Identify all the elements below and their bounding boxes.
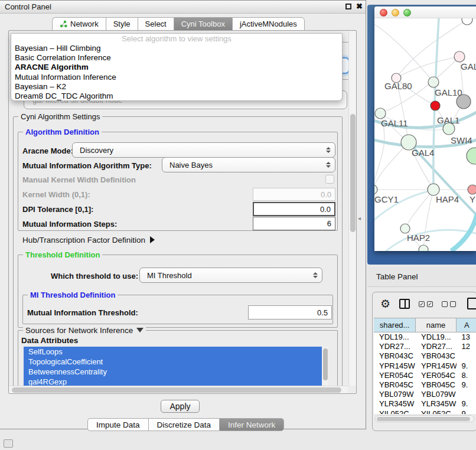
tab-jactivemnodules[interactable]: jActiveMNodules [232,17,305,31]
table-function-icon[interactable] [467,298,476,309]
tab-network[interactable]: Network [52,17,106,31]
network-node-label: Y [470,194,475,204]
deselect-all-checkbox-icon[interactable] [442,301,448,307]
collapsed-panel-button[interactable] [4,439,13,448]
float-panel-icon[interactable] [345,4,351,9]
network-node-swi4[interactable] [443,123,455,135]
select-all-checkbox-icon[interactable]: ✓ [419,301,425,307]
network-canvas[interactable]: GALGAL80GAL10GAL1GAL11SWI4GAL4GCY1HAP4YH… [374,18,476,251]
table-row[interactable]: YDL19...YDL19...13 [374,332,476,342]
settings-vertical-scrollbar[interactable] [348,31,356,386]
zoom-traffic-light-icon[interactable] [403,9,411,17]
table-cell: YER054C [374,371,416,380]
stepper-arrows-icon [326,147,331,153]
network-node-y[interactable] [468,185,476,194]
table-column-headers: shared...nameA [374,318,476,332]
select-all-checkbox-icon[interactable]: ✓ [427,301,433,307]
network-node-hap2[interactable] [400,224,410,233]
manual-kernel-checkbox[interactable] [325,175,334,184]
apply-button[interactable]: Apply [161,400,200,413]
network-node[interactable] [467,148,476,164]
sources-legend[interactable]: Sources for Network Inference [23,326,146,335]
dpi-tolerance-field[interactable]: 0.0 [253,202,335,216]
table-cell: YLR345W [416,399,456,409]
mi-threshold-value: 0.5 [317,308,328,317]
tab-select[interactable]: Select [138,17,174,31]
network-nodes: GALGAL80GAL10GAL1GAL11SWI4GAL4GCY1HAP4YH… [374,18,476,251]
column-layout-icon[interactable] [399,299,410,309]
control-panel-title: Control Panel [5,2,51,11]
kernel-width-label: Kernel Width (0,1): [22,190,90,199]
table-row[interactable]: YBR045CYBR045C9. [374,380,476,390]
mi-steps-field[interactable]: 6 [253,217,335,230]
aracne-mode-label: Aracne Mode: [22,146,73,155]
control-panel-window: Control Panel ✖ NetworkStyleSelectCyni T… [0,0,366,429]
table-row[interactable]: YBR043CYBR043C [374,351,476,361]
deselect-all-checkbox-icon[interactable] [450,301,456,307]
table-row[interactable]: YDR27...YDR27...12 [374,342,476,351]
bottom-tab-impute-data[interactable]: Impute Data [87,418,148,431]
data-attribute-item[interactable]: SelfLoops [24,347,322,357]
algorithm-option[interactable]: Bayesian – K2 [11,82,342,92]
data-attributes-list[interactable]: SelfLoopsTopologicalCoefficientBetweenne… [24,347,328,389]
threshold-definition-legend: Threshold Definition [23,250,102,259]
kernel-width-value: 0.0 [321,190,331,199]
which-threshold-combobox[interactable]: MI Threshold [139,268,322,283]
bottom-tab-infer-network[interactable]: Infer Network [219,418,284,431]
attr-list-scrollbar[interactable] [322,347,328,389]
algorithm-option[interactable]: Mutual Information Inference [11,73,342,82]
hub-definition-toggle[interactable]: Hub/Transcription Factor Definition [22,236,155,244]
network-node-gal1[interactable] [431,101,440,110]
algorithm-option[interactable]: ARACNE Algorithm [11,63,342,72]
table-horizontal-scrollbar[interactable] [375,415,474,422]
data-attribute-item[interactable]: TopologicalCoefficient [24,357,322,367]
network-node-gal11[interactable] [375,108,386,119]
tab-cyni-toolbox[interactable]: Cyni Toolbox [174,17,232,31]
network-node-label: HAP2 [407,233,430,243]
table-row[interactable]: YPR145WYPR145W9. [374,361,476,371]
column-header-name[interactable]: name [416,318,457,332]
aracne-mode-combobox[interactable]: Discovery [72,142,335,158]
settings-horizontal-scrollbar[interactable] [9,386,348,393]
network-node-label: HAP4 [436,194,459,204]
close-traffic-light-icon[interactable] [380,9,387,17]
tab-label: Style [113,19,131,28]
network-node-gcy1[interactable] [374,185,377,194]
network-node[interactable] [428,77,439,87]
tab-style[interactable]: Style [106,17,138,31]
table-row[interactable]: YLR345WYLR345W9. [374,399,476,409]
table-cell: YBR043C [374,351,416,361]
table-cell [457,351,476,361]
network-node[interactable] [462,18,472,25]
network-node[interactable] [419,245,428,251]
gear-icon[interactable]: ⚙ [380,297,390,311]
mi-type-combobox[interactable]: Naive Bayes [162,157,335,172]
bottom-tabs: Impute DataDiscretize DataInfer Network [87,418,284,431]
kernel-width-field[interactable]: 0.0 [253,188,335,201]
column-header-shared[interactable]: shared... [374,318,416,332]
mi-threshold-field[interactable]: 0.5 [248,305,332,319]
table-cell: YBL079W [416,390,456,399]
minimize-traffic-light-icon[interactable] [392,9,399,17]
table-row[interactable]: YER054CYER054C8. [374,371,476,380]
algorithm-option[interactable]: Basic Correlation Inference [11,53,342,63]
table-row[interactable]: YIL052CYIL052C9. [374,409,476,415]
network-node-label: GAL10 [435,87,462,97]
network-node-label: GAL80 [384,81,412,91]
algorithm-option[interactable]: Dream8 DC_TDC Algorithm [11,92,342,101]
network-node-hap4[interactable] [428,184,439,195]
table-cell: 8. [457,371,476,380]
bottom-tab-discretize-data[interactable]: Discretize Data [148,418,220,431]
close-icon[interactable]: ✖ [356,2,363,11]
network-node-gal[interactable] [454,51,465,62]
table-cell: 9. [457,380,476,390]
table-cell: YBR045C [416,380,456,390]
table-panel-header: Table Panel [367,267,476,287]
column-header-a[interactable]: A [457,318,476,332]
algorithm-option[interactable]: Bayesian – Hill Climbing [11,44,342,53]
panel-divider-grip[interactable]: ◂ [358,215,361,221]
data-attribute-item[interactable]: BetweennessCentrality [24,367,322,377]
table-row[interactable]: YBL079WYBL079W [374,390,476,399]
collapsed-arrow-icon [150,236,155,243]
tab-label: jActiveMNodules [240,19,297,28]
